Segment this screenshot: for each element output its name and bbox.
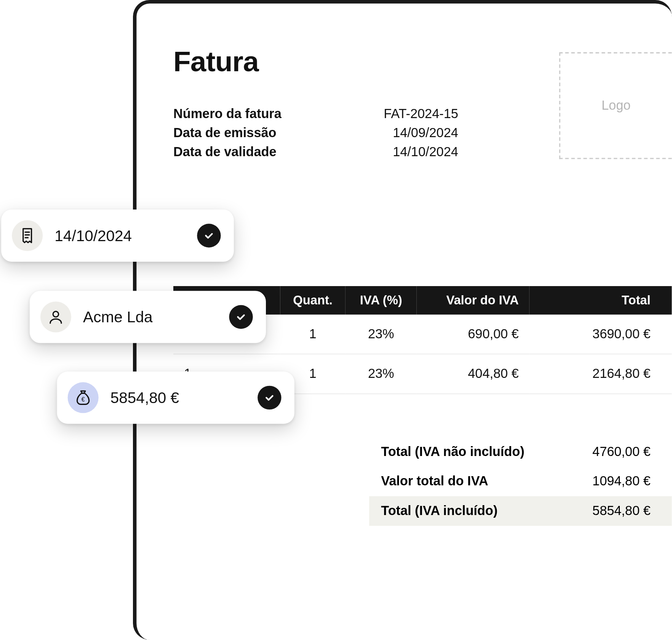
cell-iva-value: 690,00 €	[417, 315, 530, 354]
iva-total-row: Valor total do IVA 1094,80 €	[369, 467, 672, 496]
invoice-number-value: FAT-2024-15	[328, 106, 458, 122]
grand-total-row: Total (IVA incluído) 5854,80 €	[369, 496, 672, 526]
extracted-amount-value: 5854,80 €	[110, 389, 246, 407]
money-bag-icon: €	[68, 382, 99, 413]
cell-iva-value: 404,80 €	[417, 354, 530, 394]
check-icon	[258, 386, 281, 410]
iva-total-value: 1094,80 €	[592, 474, 650, 489]
check-icon	[229, 305, 253, 329]
col-qty: Quant.	[280, 286, 345, 315]
extracted-client-value: Acme Lda	[83, 308, 217, 326]
person-icon	[40, 301, 71, 332]
cell-total: 2164,80 €	[530, 354, 672, 394]
totals-block: Total (IVA não incluído) 4760,00 € Valor…	[369, 437, 672, 526]
due-date-value: 14/10/2024	[328, 144, 458, 160]
col-total: Total	[530, 286, 672, 315]
svg-point-3	[53, 311, 59, 317]
subtotal-value: 4760,00 €	[592, 444, 650, 459]
cell-qty: 1	[280, 315, 345, 354]
extracted-amount-chip[interactable]: € 5854,80 €	[57, 371, 294, 424]
logo-placeholder-label: Logo	[602, 98, 630, 114]
cell-total: 3690,00 €	[530, 315, 672, 354]
grand-total-value: 5854,80 €	[592, 503, 650, 519]
logo-placeholder[interactable]: Logo	[559, 52, 672, 159]
iva-total-label: Valor total do IVA	[381, 474, 488, 489]
subtotal-label: Total (IVA não incluído)	[381, 444, 524, 459]
col-iva-value: Valor do IVA	[417, 286, 530, 315]
due-date-label: Data de validade	[173, 144, 328, 160]
extracted-client-chip[interactable]: Acme Lda	[30, 291, 266, 343]
invoice-number-label: Número da fatura	[173, 106, 328, 122]
cell-iva: 23%	[346, 354, 417, 394]
extracted-date-value: 14/10/2024	[54, 226, 185, 245]
check-icon	[197, 224, 221, 247]
receipt-icon	[12, 220, 43, 251]
subtotal-row: Total (IVA não incluído) 4760,00 €	[369, 437, 672, 467]
issue-date-label: Data de emissão	[173, 125, 328, 141]
svg-text:€: €	[82, 396, 85, 403]
col-iva: IVA (%)	[346, 286, 417, 315]
cell-iva: 23%	[346, 315, 417, 354]
grand-total-label: Total (IVA incluído)	[381, 503, 498, 519]
extracted-date-chip[interactable]: 14/10/2024	[1, 210, 234, 262]
issue-date-value: 14/09/2024	[328, 125, 458, 141]
